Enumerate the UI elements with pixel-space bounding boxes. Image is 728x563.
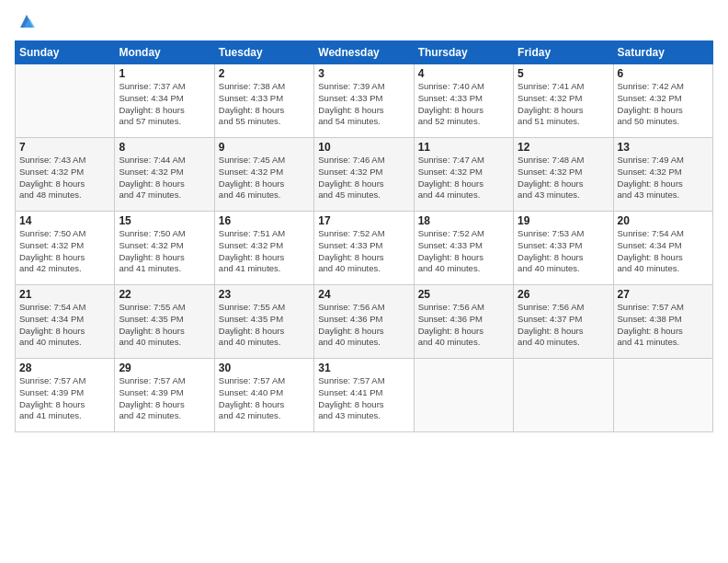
logo <box>15 13 37 31</box>
day-number: 17 <box>318 214 409 227</box>
day-detail: Sunrise: 7:40 AM Sunset: 4:33 PM Dayligh… <box>418 81 509 128</box>
calendar-cell-week3-day2: 15Sunrise: 7:50 AM Sunset: 4:32 PM Dayli… <box>115 212 214 285</box>
logo-icon <box>17 11 37 31</box>
day-number: 24 <box>318 288 409 301</box>
calendar-cell-week1-day7: 6Sunrise: 7:42 AM Sunset: 4:32 PM Daylig… <box>613 64 712 138</box>
calendar-cell-week4-day5: 25Sunrise: 7:56 AM Sunset: 4:36 PM Dayli… <box>414 285 513 359</box>
day-number: 16 <box>219 214 310 227</box>
calendar-cell-week5-day3: 30Sunrise: 7:57 AM Sunset: 4:40 PM Dayli… <box>214 359 313 432</box>
day-detail: Sunrise: 7:56 AM Sunset: 4:37 PM Dayligh… <box>518 302 609 349</box>
day-detail: Sunrise: 7:51 AM Sunset: 4:32 PM Dayligh… <box>219 228 310 275</box>
day-detail: Sunrise: 7:57 AM Sunset: 4:39 PM Dayligh… <box>119 375 210 422</box>
day-detail: Sunrise: 7:57 AM Sunset: 4:41 PM Dayligh… <box>318 375 409 422</box>
calendar-cell-week3-day5: 18Sunrise: 7:52 AM Sunset: 4:33 PM Dayli… <box>414 212 513 285</box>
calendar-cell-week1-day3: 2Sunrise: 7:38 AM Sunset: 4:33 PM Daylig… <box>214 64 313 138</box>
weekday-header-thursday: Thursday <box>414 41 513 64</box>
calendar-cell-week4-day3: 23Sunrise: 7:55 AM Sunset: 4:35 PM Dayli… <box>214 285 313 359</box>
page: SundayMondayTuesdayWednesdayThursdayFrid… <box>0 0 728 563</box>
calendar-cell-week2-day2: 8Sunrise: 7:44 AM Sunset: 4:32 PM Daylig… <box>115 138 214 212</box>
calendar-cell-week5-day2: 29Sunrise: 7:57 AM Sunset: 4:39 PM Dayli… <box>115 359 214 432</box>
day-number: 1 <box>119 67 210 80</box>
week-row-4: 21Sunrise: 7:54 AM Sunset: 4:34 PM Dayli… <box>16 285 713 359</box>
day-number: 13 <box>618 141 709 154</box>
calendar-cell-week2-day1: 7Sunrise: 7:43 AM Sunset: 4:32 PM Daylig… <box>16 138 115 212</box>
day-number: 19 <box>518 214 609 227</box>
calendar-cell-week1-day1 <box>16 64 115 138</box>
day-number: 21 <box>19 288 110 301</box>
calendar-cell-week4-day2: 22Sunrise: 7:55 AM Sunset: 4:35 PM Dayli… <box>115 285 214 359</box>
day-number: 30 <box>219 362 310 374</box>
day-number: 15 <box>119 214 210 227</box>
day-number: 20 <box>618 214 709 227</box>
day-detail: Sunrise: 7:57 AM Sunset: 4:38 PM Dayligh… <box>618 302 709 349</box>
header <box>15 13 713 31</box>
day-number: 25 <box>418 288 509 301</box>
day-detail: Sunrise: 7:48 AM Sunset: 4:32 PM Dayligh… <box>518 155 609 201</box>
day-detail: Sunrise: 7:55 AM Sunset: 4:35 PM Dayligh… <box>119 302 210 349</box>
calendar-cell-week4-day4: 24Sunrise: 7:56 AM Sunset: 4:36 PM Dayli… <box>314 285 414 359</box>
day-detail: Sunrise: 7:41 AM Sunset: 4:32 PM Dayligh… <box>518 81 609 128</box>
calendar-cell-week3-day7: 20Sunrise: 7:54 AM Sunset: 4:34 PM Dayli… <box>613 212 712 285</box>
day-detail: Sunrise: 7:55 AM Sunset: 4:35 PM Dayligh… <box>219 302 310 349</box>
calendar: SundayMondayTuesdayWednesdayThursdayFrid… <box>15 40 713 432</box>
day-number: 28 <box>19 362 110 374</box>
calendar-cell-week2-day7: 13Sunrise: 7:49 AM Sunset: 4:32 PM Dayli… <box>613 138 712 212</box>
day-detail: Sunrise: 7:52 AM Sunset: 4:33 PM Dayligh… <box>318 228 409 275</box>
calendar-cell-week5-day1: 28Sunrise: 7:57 AM Sunset: 4:39 PM Dayli… <box>16 359 115 432</box>
day-number: 23 <box>219 288 310 301</box>
day-detail: Sunrise: 7:50 AM Sunset: 4:32 PM Dayligh… <box>119 228 210 275</box>
day-detail: Sunrise: 7:54 AM Sunset: 4:34 PM Dayligh… <box>618 228 709 275</box>
weekday-header-row: SundayMondayTuesdayWednesdayThursdayFrid… <box>16 41 713 64</box>
day-detail: Sunrise: 7:57 AM Sunset: 4:39 PM Dayligh… <box>19 375 110 422</box>
calendar-cell-week1-day5: 4Sunrise: 7:40 AM Sunset: 4:33 PM Daylig… <box>414 64 513 138</box>
day-number: 9 <box>219 141 310 154</box>
weekday-header-monday: Monday <box>115 41 214 64</box>
day-number: 2 <box>219 67 310 80</box>
day-detail: Sunrise: 7:42 AM Sunset: 4:32 PM Dayligh… <box>618 81 709 128</box>
day-number: 31 <box>318 362 409 374</box>
calendar-cell-week2-day5: 11Sunrise: 7:47 AM Sunset: 4:32 PM Dayli… <box>414 138 513 212</box>
calendar-cell-week5-day5 <box>414 359 513 432</box>
day-detail: Sunrise: 7:54 AM Sunset: 4:34 PM Dayligh… <box>19 302 110 349</box>
calendar-cell-week1-day2: 1Sunrise: 7:37 AM Sunset: 4:34 PM Daylig… <box>115 64 214 138</box>
calendar-cell-week3-day1: 14Sunrise: 7:50 AM Sunset: 4:32 PM Dayli… <box>16 212 115 285</box>
day-detail: Sunrise: 7:39 AM Sunset: 4:33 PM Dayligh… <box>318 81 409 128</box>
day-number: 6 <box>618 67 709 80</box>
weekday-header-wednesday: Wednesday <box>314 41 414 64</box>
day-number: 27 <box>618 288 709 301</box>
day-number: 3 <box>318 67 409 80</box>
weekday-header-friday: Friday <box>514 41 613 64</box>
calendar-cell-week3-day3: 16Sunrise: 7:51 AM Sunset: 4:32 PM Dayli… <box>214 212 313 285</box>
day-detail: Sunrise: 7:47 AM Sunset: 4:32 PM Dayligh… <box>418 155 509 201</box>
day-number: 7 <box>19 141 110 154</box>
weekday-header-saturday: Saturday <box>613 41 712 64</box>
day-number: 18 <box>418 214 509 227</box>
calendar-cell-week5-day6 <box>514 359 613 432</box>
day-detail: Sunrise: 7:45 AM Sunset: 4:32 PM Dayligh… <box>219 155 310 201</box>
day-number: 11 <box>418 141 509 154</box>
calendar-cell-week5-day7 <box>613 359 712 432</box>
day-number: 14 <box>19 214 110 227</box>
day-detail: Sunrise: 7:50 AM Sunset: 4:32 PM Dayligh… <box>19 228 110 275</box>
day-number: 4 <box>418 67 509 80</box>
day-detail: Sunrise: 7:43 AM Sunset: 4:32 PM Dayligh… <box>19 155 110 201</box>
week-row-5: 28Sunrise: 7:57 AM Sunset: 4:39 PM Dayli… <box>16 359 713 432</box>
calendar-cell-week4-day7: 27Sunrise: 7:57 AM Sunset: 4:38 PM Dayli… <box>613 285 712 359</box>
calendar-cell-week4-day1: 21Sunrise: 7:54 AM Sunset: 4:34 PM Dayli… <box>16 285 115 359</box>
day-number: 29 <box>119 362 210 374</box>
weekday-header-tuesday: Tuesday <box>214 41 313 64</box>
calendar-cell-week4-day6: 26Sunrise: 7:56 AM Sunset: 4:37 PM Dayli… <box>514 285 613 359</box>
calendar-cell-week2-day6: 12Sunrise: 7:48 AM Sunset: 4:32 PM Dayli… <box>514 138 613 212</box>
day-detail: Sunrise: 7:53 AM Sunset: 4:33 PM Dayligh… <box>518 228 609 275</box>
calendar-cell-week3-day4: 17Sunrise: 7:52 AM Sunset: 4:33 PM Dayli… <box>314 212 414 285</box>
day-detail: Sunrise: 7:44 AM Sunset: 4:32 PM Dayligh… <box>119 155 210 201</box>
day-number: 10 <box>318 141 409 154</box>
day-number: 22 <box>119 288 210 301</box>
calendar-cell-week5-day4: 31Sunrise: 7:57 AM Sunset: 4:41 PM Dayli… <box>314 359 414 432</box>
calendar-cell-week1-day4: 3Sunrise: 7:39 AM Sunset: 4:33 PM Daylig… <box>314 64 414 138</box>
day-number: 26 <box>518 288 609 301</box>
calendar-cell-week2-day3: 9Sunrise: 7:45 AM Sunset: 4:32 PM Daylig… <box>214 138 313 212</box>
calendar-cell-week1-day6: 5Sunrise: 7:41 AM Sunset: 4:32 PM Daylig… <box>514 64 613 138</box>
day-detail: Sunrise: 7:38 AM Sunset: 4:33 PM Dayligh… <box>219 81 310 128</box>
calendar-cell-week3-day6: 19Sunrise: 7:53 AM Sunset: 4:33 PM Dayli… <box>514 212 613 285</box>
